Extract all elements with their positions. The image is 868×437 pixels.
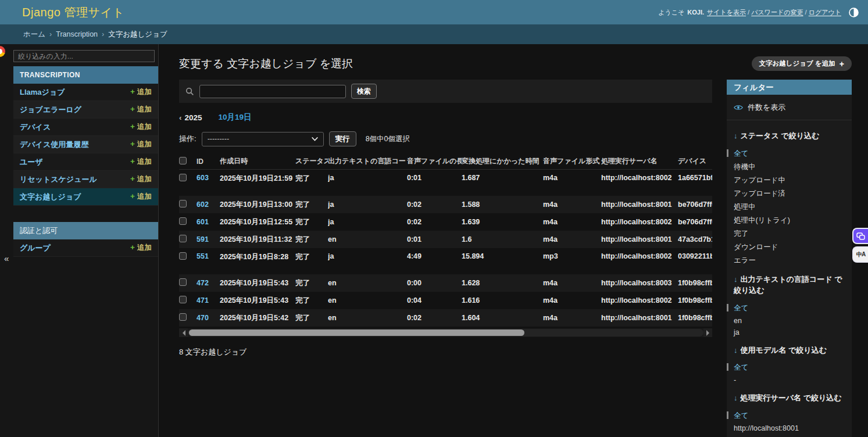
column-header[interactable]: ID xyxy=(197,157,220,166)
sidebar-model-link[interactable]: デバイス使用量履歴 xyxy=(20,139,88,150)
row-checkbox[interactable] xyxy=(179,313,187,321)
row-checkbox[interactable] xyxy=(179,296,187,303)
row-checkbox[interactable] xyxy=(179,278,187,286)
translate-extension-button[interactable]: 中A xyxy=(852,246,868,263)
sidebar-item[interactable]: 文字お越しジョブ+追加 xyxy=(13,188,158,206)
sidebar: TRANSCRIPTIONLlamaジョブ+追加ジョブエラーログ+追加デバイス+… xyxy=(0,44,159,437)
row-id-link[interactable]: 601 xyxy=(197,218,209,226)
sidebar-item[interactable]: Llamaジョブ+追加 xyxy=(13,84,158,101)
filter-option[interactable]: 待機中 xyxy=(734,160,845,174)
user-tool-link[interactable]: サイトを表示 xyxy=(707,9,746,16)
filter-option[interactable]: - xyxy=(734,374,845,386)
date-hierarchy-year-link[interactable]: ‹2025 xyxy=(179,113,202,122)
filter-option[interactable]: 全て xyxy=(734,409,845,422)
filter-option[interactable]: 全て xyxy=(734,147,845,160)
column-header[interactable]: 出力テキストの言語コード xyxy=(328,156,407,166)
sidebar-item[interactable]: デバイス+追加 xyxy=(13,119,158,136)
filter-option[interactable]: http://localhost:8001 xyxy=(734,422,845,434)
column-header[interactable]: 音声ファイルの長さ（分） xyxy=(407,156,462,166)
row-id-link[interactable]: 603 xyxy=(197,174,209,182)
filter-option[interactable]: 全て xyxy=(734,361,845,374)
site-title[interactable]: Django 管理サイト xyxy=(22,5,124,20)
row-checkbox-cell xyxy=(179,296,197,305)
sidebar-item[interactable]: ジョブエラーログ+追加 xyxy=(13,101,158,119)
filter-option[interactable]: 処理中(リトライ) xyxy=(734,214,845,227)
sidebar-model-link[interactable]: デバイス xyxy=(20,122,51,132)
cell-id: 471 xyxy=(197,296,220,305)
action-select[interactable]: --------- xyxy=(202,132,324,146)
sidebar-add-link[interactable]: +追加 xyxy=(130,174,152,184)
sort-arrow-icon: ↓ xyxy=(734,346,738,354)
breadcrumb-link[interactable]: Transcription xyxy=(56,30,98,38)
row-id-link[interactable]: 591 xyxy=(197,235,209,243)
filter-option[interactable]: 全て xyxy=(734,302,845,315)
sidebar-filter-input[interactable] xyxy=(13,50,155,62)
scroll-right-button[interactable] xyxy=(703,328,712,337)
show-counts-link[interactable]: 件数を表示 xyxy=(727,95,852,120)
sidebar-model-link[interactable]: ユーザ xyxy=(20,157,43,167)
theme-toggle-button[interactable] xyxy=(849,8,859,17)
search-button[interactable]: 検索 xyxy=(351,84,377,99)
add-object-button[interactable]: 文字お越しジョブ を追加 + xyxy=(752,56,852,71)
sidebar-model-link[interactable]: Llamaジョブ xyxy=(20,87,65,98)
column-header[interactable]: 音声ファイル形式 xyxy=(543,156,601,166)
row-id-link[interactable]: 602 xyxy=(197,200,209,209)
sidebar-collapse-toggle[interactable]: « xyxy=(3,252,10,264)
select-all-checkbox[interactable] xyxy=(179,157,187,164)
row-id-link[interactable]: 472 xyxy=(197,279,209,287)
cell-processing-time: 1.6 xyxy=(462,235,543,243)
row-checkbox[interactable] xyxy=(179,217,187,225)
breadcrumb: ホーム›Transcription›文字お越しジョブ xyxy=(0,24,868,44)
sidebar-item[interactable]: リセットスケジュール+追加 xyxy=(13,171,158,188)
column-header[interactable]: 変換処理にかかった時間（秒） xyxy=(462,156,543,166)
filter-option[interactable]: ja xyxy=(734,327,845,338)
cell-audio-length: 0:00 xyxy=(407,279,462,287)
sidebar-add-link[interactable]: +追加 xyxy=(130,122,152,132)
column-header[interactable]: 作成日時 xyxy=(220,156,295,166)
sidebar-add-link[interactable]: +追加 xyxy=(130,192,152,202)
run-action-button[interactable]: 実行 xyxy=(329,131,356,146)
column-header[interactable]: デバイス xyxy=(678,156,712,166)
row-checkbox[interactable] xyxy=(179,252,187,260)
filter-option[interactable]: http://localhost:8002 xyxy=(734,434,845,437)
add-object-label: 文字お越しジョブ を追加 xyxy=(759,59,835,68)
filter-option[interactable]: アップロード済 xyxy=(734,187,845,200)
sidebar-model-link[interactable]: グループ xyxy=(20,243,51,253)
sidebar-add-link[interactable]: +追加 xyxy=(130,105,152,114)
filter-option[interactable]: en xyxy=(734,315,845,327)
sidebar-item[interactable]: ユーザ+追加 xyxy=(13,153,158,171)
sidebar-model-link[interactable]: リセットスケジュール xyxy=(20,174,97,185)
breadcrumb-separator: › xyxy=(49,30,52,38)
sidebar-model-link[interactable]: ジョブエラーログ xyxy=(20,105,81,115)
sidebar-item[interactable]: グループ+追加 xyxy=(13,239,158,257)
filter-option[interactable]: ダウンロード xyxy=(734,241,845,254)
row-checkbox[interactable] xyxy=(179,235,187,242)
sidebar-item[interactable]: デバイス使用量履歴+追加 xyxy=(13,136,158,153)
row-id-link[interactable]: 471 xyxy=(197,296,209,305)
filter-option[interactable]: アップロード中 xyxy=(734,174,845,187)
column-header[interactable]: ステータス xyxy=(295,156,328,166)
sidebar-model-link[interactable]: 文字お越しジョブ xyxy=(20,192,81,202)
filter-option[interactable]: 処理中 xyxy=(734,200,845,214)
user-tool-link[interactable]: ログアウト xyxy=(809,9,841,16)
sidebar-add-link[interactable]: +追加 xyxy=(130,243,152,253)
row-id-link[interactable]: 470 xyxy=(197,314,209,322)
scrollbar-track[interactable] xyxy=(188,329,703,336)
sidebar-add-link[interactable]: +追加 xyxy=(130,87,152,97)
column-header[interactable]: 処理実行サーバ名 xyxy=(601,156,678,166)
assistant-extension-button[interactable] xyxy=(852,228,868,244)
filter-option[interactable]: 完了 xyxy=(734,227,845,241)
row-checkbox[interactable] xyxy=(179,200,187,207)
user-tool-link[interactable]: パスワードの変更 xyxy=(751,9,803,16)
date-hierarchy-day-link[interactable]: 10月19日 xyxy=(219,112,252,123)
row-checkbox-cell xyxy=(179,278,197,288)
scrollbar-thumb[interactable] xyxy=(189,329,524,336)
scroll-left-button[interactable] xyxy=(179,328,188,337)
breadcrumb-link[interactable]: ホーム xyxy=(23,30,45,40)
sidebar-add-link[interactable]: +追加 xyxy=(130,139,152,149)
row-id-link[interactable]: 551 xyxy=(197,252,209,260)
row-checkbox[interactable] xyxy=(179,174,187,181)
sidebar-add-link[interactable]: +追加 xyxy=(130,157,152,167)
search-input[interactable] xyxy=(199,85,346,98)
filter-option[interactable]: エラー xyxy=(734,254,845,267)
